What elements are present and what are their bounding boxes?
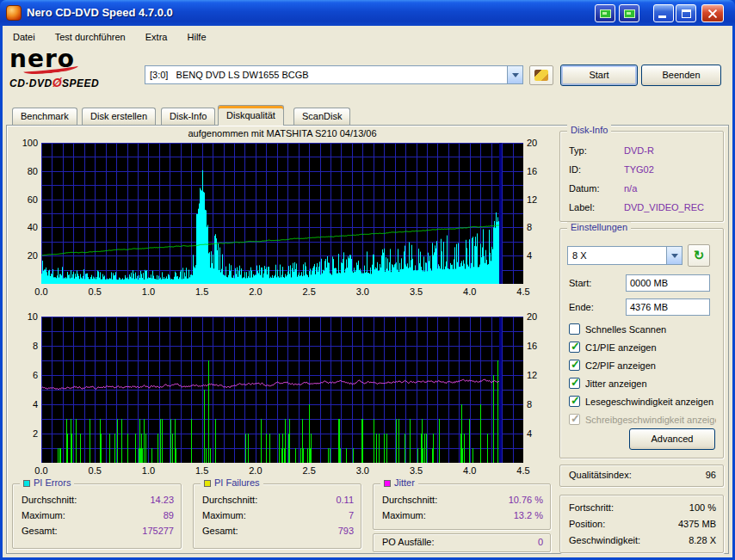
titlebar-tool-button-2[interactable] (619, 4, 639, 22)
x-axis-label: 2.0 (245, 286, 266, 297)
drive-select[interactable]: [3:0] BENQ DVD LS DW1655 BCGB (145, 65, 523, 84)
x-axis-label: 4.0 (460, 286, 480, 297)
toolbar-extra-button[interactable] (529, 65, 553, 85)
end-mb-field[interactable]: 4376 MB (626, 298, 710, 316)
maximize-icon (682, 9, 691, 18)
checkbox-schnelles-scannen[interactable]: ✓Schnelles Scannen (569, 323, 717, 336)
speed-select[interactable]: 8 X (567, 246, 682, 265)
progress-panel: Fortschritt:100 % Position:4375 MB Gesch… (559, 495, 724, 553)
client-area: Datei Test durchführen Extra Hilfe nero … (3, 26, 732, 557)
checkbox-c1-pie[interactable]: ✓C1/PIE anzeigen (569, 342, 717, 354)
quality-index-label: Qualitätsindex: (569, 470, 632, 483)
title-bar[interactable]: Nero CD-DVD Speed 4.7.0.0 (0, 0, 735, 26)
x-axis-label: 3.5 (406, 465, 427, 476)
y-axis-right-label: 12 (527, 370, 549, 380)
x-axis-label: 2.5 (299, 465, 319, 476)
screen-icon (600, 9, 611, 18)
tab-disk-info[interactable]: Disk-Info (161, 108, 215, 125)
x-axis-label: 0.0 (31, 465, 52, 476)
menu-bar: Datei Test durchführen Extra Hilfe (4, 29, 215, 46)
stats-group-pi-failures: PI Failures Durchschnitt:0.11 Maximum:7 … (193, 483, 361, 549)
x-axis-label: 4.5 (513, 465, 534, 476)
window-title: Nero CD-DVD Speed 4.7.0.0 (27, 6, 173, 19)
checkbox-box: ✓ (569, 378, 580, 389)
pi-failures-legend-icon (204, 480, 211, 487)
progress-row: Position:4375 MB (569, 519, 716, 532)
screen-icon (624, 9, 635, 18)
checkbox-box: ✓ (569, 396, 580, 407)
refresh-icon: ↻ (694, 249, 705, 262)
quality-index-panel: Qualitätsindex:96 (559, 465, 724, 487)
stat-row: Gesamt:175277 (22, 526, 174, 538)
menu-item-hilfe[interactable]: Hilfe (179, 29, 215, 45)
brush-icon (534, 70, 548, 81)
refresh-button[interactable]: ↻ (688, 244, 710, 267)
pi-errors-plot (41, 143, 523, 284)
disk-info-row: Datum:n/a (569, 183, 716, 196)
advanced-button[interactable]: Advanced (629, 428, 715, 450)
y-axis-right-label: 16 (527, 341, 549, 351)
y-axis-left-label: 20 (10, 250, 38, 261)
x-axis-label: 2.5 (299, 286, 319, 297)
menu-item-datei[interactable]: Datei (4, 29, 44, 45)
minimize-button[interactable] (653, 4, 674, 22)
stat-row: PO Ausfälle:0 (382, 537, 543, 550)
close-button[interactable] (701, 4, 724, 22)
x-axis-label: 4.5 (513, 286, 534, 297)
settings-caption: Einstellungen (567, 222, 631, 232)
y-axis-right-label: 4 (527, 250, 549, 261)
x-axis-label: 1.5 (192, 286, 213, 297)
jitter-legend-icon (384, 480, 391, 487)
chevron-down-icon (512, 73, 519, 77)
tab-scandisk[interactable]: ScanDisk (293, 108, 350, 125)
x-axis-label: 3.0 (352, 286, 373, 297)
checkbox-lesegeschwindigkeit[interactable]: ✓Lesegeschwindigkeit anzeigen (569, 396, 717, 409)
speed-select-value: 8 X (568, 250, 666, 261)
start-mb-field[interactable]: 0000 MB (626, 274, 710, 292)
y-axis-left-label: 10 (10, 311, 38, 322)
stats-caption: PI Failures (214, 477, 260, 488)
x-axis-label: 4.0 (460, 465, 480, 476)
y-axis-left-label: 4 (10, 399, 38, 409)
menu-item-test-durchfuehren[interactable]: Test durchführen (46, 29, 134, 45)
x-axis-label: 0.5 (84, 286, 105, 297)
pif-jitter-plot (41, 317, 523, 463)
minimize-icon (658, 15, 666, 18)
titlebar-tool-button-1[interactable] (595, 4, 615, 22)
stats-group-pi-errors: PI Errors Durchschnitt:14.23 Maximum:89 … (12, 483, 182, 549)
disk-info-caption: Disk-Info (567, 125, 611, 135)
x-axis-label: 1.0 (138, 286, 158, 297)
stats-caption: PI Errors (34, 477, 71, 488)
drive-select-arrow[interactable] (507, 66, 522, 83)
speed-select-arrow[interactable] (666, 247, 682, 264)
y-axis-right-label: 8 (527, 399, 549, 409)
chart-title: aufgenommen mit MATSHITA S210 04/13/06 (41, 128, 523, 138)
settings-group: Einstellungen 8 X ↻ Start: 0000 MB Ende:… (559, 228, 724, 458)
stat-row: Maximum:13.2 % (382, 510, 543, 523)
x-axis-label: 1.0 (138, 465, 158, 476)
y-axis-left-label: 60 (10, 194, 38, 205)
po-failures-panel: PO Ausfälle:0 (373, 533, 551, 552)
menu-item-extra[interactable]: Extra (137, 29, 176, 45)
stats-caption: Jitter (394, 477, 415, 488)
tab-diskqualitaet[interactable]: Diskqualität (218, 105, 284, 126)
x-axis-label: 3.0 (352, 465, 373, 476)
chevron-down-icon (671, 254, 678, 258)
tab-benchmark[interactable]: Benchmark (12, 108, 77, 125)
y-axis-left-label: 100 (10, 138, 38, 148)
pi-errors-legend-icon (23, 480, 30, 487)
checkbox-schreibgeschwindigkeit[interactable]: ✓Schreibgeschwindigkeit anzeigen (569, 414, 717, 427)
maximize-button[interactable] (676, 4, 696, 22)
checkbox-jitter[interactable]: ✓Jitter anzeigen (569, 378, 717, 391)
beenden-button[interactable]: Beenden (641, 65, 721, 86)
y-axis-right-label: 8 (527, 222, 549, 232)
x-axis-label: 3.5 (406, 286, 427, 297)
checkbox-box: ✓ (569, 342, 580, 353)
stat-row: Durchschnitt:14.23 (22, 495, 174, 508)
tab-disk-erstellen[interactable]: Disk erstellen (82, 108, 156, 125)
start-field-label: Start: (569, 278, 591, 288)
checkbox-c2-pif[interactable]: ✓C2/PIF anzeigen (569, 360, 717, 372)
start-button[interactable]: Start (560, 65, 638, 86)
app-window: Nero CD-DVD Speed 4.7.0.0 Datei Test dur… (0, 0, 735, 560)
disk-info-row: Typ:DVD-R (569, 145, 716, 158)
